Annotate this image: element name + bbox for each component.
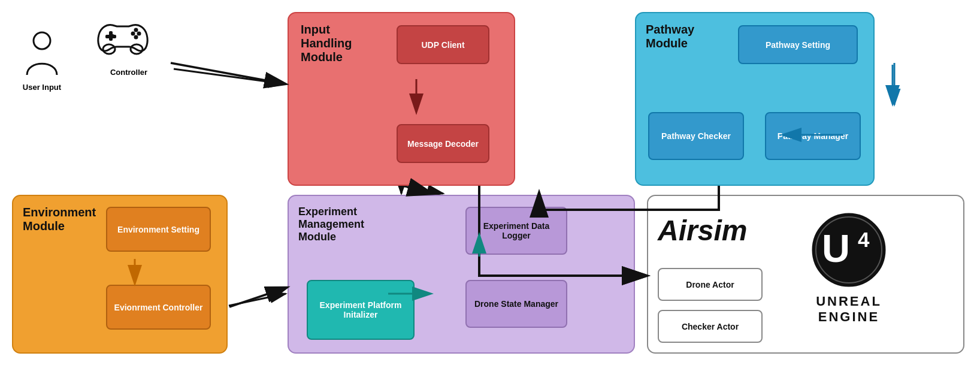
controller-icon: Controller bbox=[96, 18, 162, 77]
unreal-engine-logo: U 4 UNREAL ENGINE bbox=[810, 211, 888, 325]
svg-point-38 bbox=[137, 32, 141, 36]
exp-module-title: ExperimentManagementModule bbox=[298, 206, 364, 243]
env-controller-box: Evionrment Controller bbox=[106, 285, 211, 330]
svg-line-26 bbox=[407, 187, 431, 194]
svg-point-34 bbox=[34, 32, 50, 49]
unreal-label: UNREAL bbox=[810, 294, 888, 309]
svg-point-40 bbox=[134, 28, 138, 32]
svg-rect-37 bbox=[105, 35, 116, 38]
svg-line-30 bbox=[229, 288, 286, 307]
svg-point-39 bbox=[131, 32, 135, 36]
svg-text:U: U bbox=[822, 227, 850, 270]
engine-label: ENGINE bbox=[810, 309, 888, 325]
user-input-icon: User Input bbox=[18, 30, 66, 92]
input-module-title: InputHandlingModule bbox=[301, 23, 352, 64]
message-decoder-box: Message Decoder bbox=[397, 124, 489, 163]
architecture-diagram: User Input Controller InputHandlingModul… bbox=[0, 0, 980, 365]
pathway-manager-box: Pathway Manager bbox=[765, 112, 861, 160]
exp-data-logger-box: Experiment Data Logger bbox=[465, 207, 567, 255]
experiment-module: ExperimentManagementModule Experiment Da… bbox=[288, 195, 635, 354]
svg-point-41 bbox=[134, 35, 138, 40]
pathway-setting-box: Pathway Setting bbox=[738, 25, 858, 64]
environment-module: EnvironmentModule Environment Setting Ev… bbox=[12, 195, 228, 354]
svg-line-24 bbox=[171, 63, 285, 84]
exp-platform-box: Experiment Platform Initalizer bbox=[307, 280, 415, 340]
pathway-checker-box: Pathway Checker bbox=[648, 112, 744, 160]
env-setting-box: Environment Setting bbox=[106, 207, 211, 252]
drone-actor-box: Drone Actor bbox=[658, 268, 763, 301]
svg-text:4: 4 bbox=[858, 228, 870, 251]
controller-label: Controller bbox=[96, 68, 162, 77]
svg-line-15 bbox=[229, 294, 286, 306]
env-module-title: EnvironmentModule bbox=[23, 206, 96, 233]
udp-client-box: UDP Client bbox=[397, 25, 489, 64]
airsim-title: Airsim bbox=[658, 214, 747, 247]
svg-line-6 bbox=[174, 69, 285, 84]
airsim-module: Airsim Drone Actor Checker Actor U 4 UNR… bbox=[647, 195, 964, 354]
input-handling-module: InputHandlingModule UDP Client Message D… bbox=[288, 12, 515, 186]
checker-actor-box: Checker Actor bbox=[658, 310, 763, 343]
pathway-module-title: PathwayModule bbox=[646, 23, 694, 50]
user-input-label: User Input bbox=[18, 83, 66, 92]
pathway-module: PathwayModule Pathway Setting Pathway Ch… bbox=[635, 12, 875, 186]
drone-state-box: Drone State Manager bbox=[465, 280, 567, 328]
svg-line-13 bbox=[401, 186, 443, 194]
